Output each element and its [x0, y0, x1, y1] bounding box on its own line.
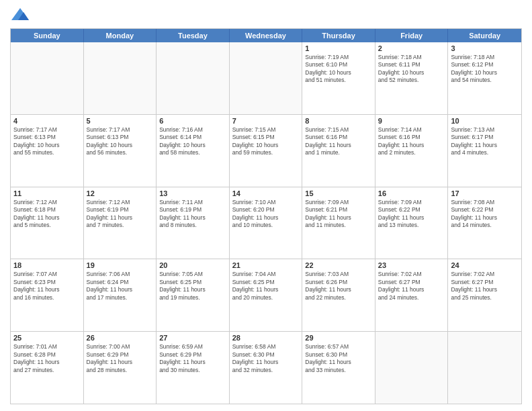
day-cell-5: 5Sunrise: 7:17 AM Sunset: 6:13 PM Daylig…: [84, 115, 157, 187]
day-cell-18: 18Sunrise: 7:07 AM Sunset: 6:23 PM Dayli…: [11, 259, 84, 331]
day-info: Sunrise: 7:05 AM Sunset: 6:25 PM Dayligh…: [159, 271, 226, 302]
day-cell-1: 1Sunrise: 7:19 AM Sunset: 6:10 PM Daylig…: [302, 42, 375, 114]
day-number: 16: [378, 189, 445, 197]
day-number: 18: [13, 261, 81, 269]
day-info: Sunrise: 7:18 AM Sunset: 6:11 PM Dayligh…: [378, 54, 445, 85]
day-info: Sunrise: 7:06 AM Sunset: 6:24 PM Dayligh…: [87, 271, 154, 302]
day-cell-6: 6Sunrise: 7:16 AM Sunset: 6:14 PM Daylig…: [157, 115, 230, 187]
day-info: Sunrise: 6:58 AM Sunset: 6:30 PM Dayligh…: [232, 343, 300, 374]
day-number: 15: [305, 189, 372, 197]
day-cell-24: 24Sunrise: 7:02 AM Sunset: 6:27 PM Dayli…: [448, 259, 521, 331]
day-number: 20: [159, 261, 226, 269]
day-number: 25: [13, 334, 81, 342]
weekday-header-monday: Monday: [84, 29, 157, 42]
day-cell-29: 29Sunrise: 6:57 AM Sunset: 6:30 PM Dayli…: [302, 332, 375, 404]
page: SundayMondayTuesdayWednesdayThursdayFrid…: [0, 0, 532, 411]
day-info: Sunrise: 7:07 AM Sunset: 6:23 PM Dayligh…: [13, 271, 81, 302]
calendar-header: SundayMondayTuesdayWednesdayThursdayFrid…: [11, 29, 521, 42]
empty-cell-4-6: [448, 332, 521, 404]
day-cell-9: 9Sunrise: 7:14 AM Sunset: 6:16 PM Daylig…: [375, 115, 449, 187]
day-cell-26: 26Sunrise: 7:00 AM Sunset: 6:29 PM Dayli…: [84, 332, 157, 404]
day-info: Sunrise: 7:13 AM Sunset: 6:17 PM Dayligh…: [451, 126, 519, 157]
day-number: 19: [87, 261, 154, 269]
day-number: 8: [305, 117, 372, 125]
day-cell-8: 8Sunrise: 7:15 AM Sunset: 6:16 PM Daylig…: [302, 115, 375, 187]
weekday-header-sunday: Sunday: [11, 29, 84, 42]
empty-cell-0-2: [157, 42, 230, 114]
day-info: Sunrise: 7:09 AM Sunset: 6:21 PM Dayligh…: [305, 199, 372, 230]
day-info: Sunrise: 7:12 AM Sunset: 6:18 PM Dayligh…: [13, 199, 81, 230]
day-cell-4: 4Sunrise: 7:17 AM Sunset: 6:13 PM Daylig…: [11, 115, 84, 187]
day-info: Sunrise: 6:59 AM Sunset: 6:29 PM Dayligh…: [159, 343, 226, 374]
day-info: Sunrise: 7:08 AM Sunset: 6:22 PM Dayligh…: [451, 199, 519, 230]
day-cell-3: 3Sunrise: 7:18 AM Sunset: 6:12 PM Daylig…: [448, 42, 521, 114]
day-info: Sunrise: 7:02 AM Sunset: 6:27 PM Dayligh…: [451, 271, 519, 302]
calendar: SundayMondayTuesdayWednesdayThursdayFrid…: [10, 28, 522, 404]
day-info: Sunrise: 7:09 AM Sunset: 6:22 PM Dayligh…: [378, 199, 445, 230]
empty-cell-0-3: [230, 42, 303, 114]
day-number: 5: [87, 117, 154, 125]
day-cell-28: 28Sunrise: 6:58 AM Sunset: 6:30 PM Dayli…: [230, 332, 303, 404]
day-cell-19: 19Sunrise: 7:06 AM Sunset: 6:24 PM Dayli…: [84, 259, 157, 331]
day-info: Sunrise: 7:04 AM Sunset: 6:25 PM Dayligh…: [232, 271, 300, 302]
day-info: Sunrise: 7:18 AM Sunset: 6:12 PM Dayligh…: [451, 54, 519, 85]
day-cell-23: 23Sunrise: 7:02 AM Sunset: 6:27 PM Dayli…: [375, 259, 449, 331]
logo: [10, 7, 33, 23]
day-cell-27: 27Sunrise: 6:59 AM Sunset: 6:29 PM Dayli…: [157, 332, 230, 404]
day-number: 29: [305, 334, 372, 342]
header: [10, 7, 522, 23]
day-number: 26: [87, 334, 154, 342]
day-cell-7: 7Sunrise: 7:15 AM Sunset: 6:15 PM Daylig…: [230, 115, 303, 187]
day-info: Sunrise: 6:57 AM Sunset: 6:30 PM Dayligh…: [305, 343, 372, 374]
day-cell-25: 25Sunrise: 7:01 AM Sunset: 6:28 PM Dayli…: [11, 332, 84, 404]
calendar-row-3: 18Sunrise: 7:07 AM Sunset: 6:23 PM Dayli…: [11, 259, 521, 331]
day-cell-10: 10Sunrise: 7:13 AM Sunset: 6:17 PM Dayli…: [448, 115, 521, 187]
day-number: 21: [232, 261, 300, 269]
day-cell-16: 16Sunrise: 7:09 AM Sunset: 6:22 PM Dayli…: [375, 187, 449, 259]
day-cell-14: 14Sunrise: 7:10 AM Sunset: 6:20 PM Dayli…: [230, 187, 303, 259]
day-number: 24: [451, 261, 519, 269]
weekday-header-tuesday: Tuesday: [157, 29, 230, 42]
day-info: Sunrise: 7:14 AM Sunset: 6:16 PM Dayligh…: [378, 126, 445, 157]
day-number: 6: [159, 117, 226, 125]
day-number: 12: [87, 189, 154, 197]
day-cell-12: 12Sunrise: 7:12 AM Sunset: 6:19 PM Dayli…: [84, 187, 157, 259]
empty-cell-0-1: [84, 42, 157, 114]
day-number: 22: [305, 261, 372, 269]
day-cell-20: 20Sunrise: 7:05 AM Sunset: 6:25 PM Dayli…: [157, 259, 230, 331]
day-info: Sunrise: 7:15 AM Sunset: 6:15 PM Dayligh…: [232, 126, 300, 157]
day-info: Sunrise: 7:16 AM Sunset: 6:14 PM Dayligh…: [159, 126, 226, 157]
day-info: Sunrise: 7:03 AM Sunset: 6:26 PM Dayligh…: [305, 271, 372, 302]
day-info: Sunrise: 7:19 AM Sunset: 6:10 PM Dayligh…: [305, 54, 372, 85]
day-info: Sunrise: 7:17 AM Sunset: 6:13 PM Dayligh…: [87, 126, 154, 157]
day-number: 9: [378, 117, 445, 125]
day-number: 2: [378, 44, 445, 52]
day-info: Sunrise: 7:10 AM Sunset: 6:20 PM Dayligh…: [232, 199, 300, 230]
day-info: Sunrise: 7:11 AM Sunset: 6:19 PM Dayligh…: [159, 199, 226, 230]
day-number: 23: [378, 261, 445, 269]
day-number: 4: [13, 117, 81, 125]
day-number: 14: [232, 189, 300, 197]
empty-cell-0-0: [11, 42, 84, 114]
day-number: 13: [159, 189, 226, 197]
weekday-header-wednesday: Wednesday: [230, 29, 303, 42]
empty-cell-4-5: [375, 332, 449, 404]
day-info: Sunrise: 7:02 AM Sunset: 6:27 PM Dayligh…: [378, 271, 445, 302]
day-number: 27: [159, 334, 226, 342]
day-info: Sunrise: 7:00 AM Sunset: 6:29 PM Dayligh…: [87, 343, 154, 374]
day-cell-13: 13Sunrise: 7:11 AM Sunset: 6:19 PM Dayli…: [157, 187, 230, 259]
weekday-header-thursday: Thursday: [302, 29, 375, 42]
day-number: 3: [451, 44, 519, 52]
weekday-header-friday: Friday: [375, 29, 449, 42]
day-cell-17: 17Sunrise: 7:08 AM Sunset: 6:22 PM Dayli…: [448, 187, 521, 259]
day-cell-2: 2Sunrise: 7:18 AM Sunset: 6:11 PM Daylig…: [375, 42, 449, 114]
day-info: Sunrise: 7:01 AM Sunset: 6:28 PM Dayligh…: [13, 343, 81, 374]
day-number: 10: [451, 117, 519, 125]
calendar-row-4: 25Sunrise: 7:01 AM Sunset: 6:28 PM Dayli…: [11, 331, 521, 404]
calendar-body: 1Sunrise: 7:19 AM Sunset: 6:10 PM Daylig…: [11, 42, 521, 404]
logo-icon: [10, 7, 30, 23]
day-number: 28: [232, 334, 300, 342]
day-number: 7: [232, 117, 300, 125]
day-info: Sunrise: 7:17 AM Sunset: 6:13 PM Dayligh…: [13, 126, 81, 157]
day-info: Sunrise: 7:12 AM Sunset: 6:19 PM Dayligh…: [87, 199, 154, 230]
